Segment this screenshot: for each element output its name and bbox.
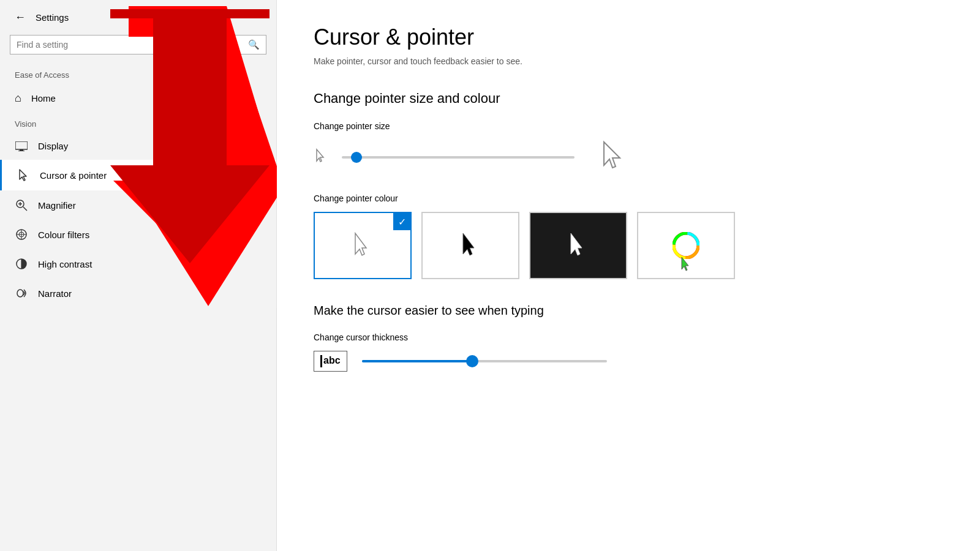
cursor-pointer-icon xyxy=(17,168,30,182)
home-label: Home xyxy=(31,93,56,103)
cursor-thickness-thumb[interactable] xyxy=(466,355,478,367)
back-button[interactable]: ← xyxy=(15,11,26,24)
cursor-thickness-track[interactable] xyxy=(362,360,607,362)
pointer-size-large-icon xyxy=(599,140,626,175)
narrator-label: Narrator xyxy=(38,288,72,299)
sidebar-header: ← Settings xyxy=(0,0,276,30)
colour-options: ✓ xyxy=(314,212,943,279)
colour-option-white[interactable]: ✓ xyxy=(314,212,412,279)
sidebar-item-home[interactable]: ⌂ Home xyxy=(0,83,276,113)
vision-label: Vision xyxy=(0,113,276,132)
abc-preview-box: abc xyxy=(314,351,347,372)
sidebar-item-high-contrast[interactable]: High contrast xyxy=(0,249,276,279)
sidebar-item-colour-filters[interactable]: Colour filters xyxy=(0,220,276,249)
high-contrast-icon xyxy=(15,258,28,270)
settings-title: Settings xyxy=(36,12,69,23)
pointer-size-label: Change pointer size xyxy=(314,121,943,131)
cursor-blink-indicator xyxy=(320,355,322,367)
high-contrast-label: High contrast xyxy=(38,259,92,269)
colour-filters-icon xyxy=(15,228,28,241)
colour-option-black[interactable] xyxy=(421,212,519,279)
pointer-size-slider-container xyxy=(314,140,943,175)
svg-rect-6 xyxy=(20,149,23,151)
search-input[interactable] xyxy=(17,40,243,50)
narrator-icon xyxy=(15,287,28,299)
magnifier-icon xyxy=(15,199,28,211)
svg-rect-5 xyxy=(15,141,28,149)
cursor-thickness-container: abc xyxy=(314,351,943,372)
colour-option-black-bg[interactable] xyxy=(529,212,627,279)
abc-text: abc xyxy=(323,355,341,365)
sidebar-item-narrator[interactable]: Narrator xyxy=(0,279,276,308)
display-label: Display xyxy=(38,141,68,151)
pointer-size-track[interactable] xyxy=(342,156,575,159)
cursor-thickness-label: Change cursor thickness xyxy=(314,332,943,342)
section1-title: Change pointer size and colour xyxy=(314,91,943,107)
page-title: Cursor & pointer xyxy=(314,24,943,50)
page-subtitle: Make pointer, cursor and touch feedback … xyxy=(314,56,943,66)
search-button[interactable]: 🔍 xyxy=(248,39,260,50)
pointer-size-small-icon xyxy=(314,148,327,167)
ease-of-access-label: Ease of Access xyxy=(0,64,276,83)
pointer-colour-label: Change pointer colour xyxy=(314,193,943,203)
magnifier-label: Magnifier xyxy=(38,200,76,211)
search-box: 🔍 xyxy=(10,35,266,54)
sidebar-item-display[interactable]: Display xyxy=(0,132,276,160)
black-cursor-icon xyxy=(459,232,481,259)
display-icon xyxy=(15,141,28,151)
custom-cursor-icon xyxy=(679,256,693,273)
custom-colour-display xyxy=(638,213,734,278)
sidebar-item-magnifier[interactable]: Magnifier xyxy=(0,190,276,220)
black-bg-cursor-icon xyxy=(567,232,589,259)
sidebar-item-cursor[interactable]: Cursor & pointer xyxy=(0,160,276,190)
colour-option-custom[interactable] xyxy=(637,212,735,279)
cursor-pointer-label: Cursor & pointer xyxy=(40,170,107,181)
svg-line-9 xyxy=(23,207,27,211)
section2-title: Make the cursor easier to see when typin… xyxy=(314,304,943,318)
back-icon: ← xyxy=(15,11,26,24)
colour-filters-label: Colour filters xyxy=(38,230,89,240)
white-cursor-icon xyxy=(352,232,374,259)
svg-rect-7 xyxy=(18,151,24,151)
svg-point-18 xyxy=(17,290,23,297)
cursor-thickness-fill xyxy=(362,360,472,362)
home-icon: ⌂ xyxy=(15,92,21,105)
colour-wheel-icon xyxy=(673,232,699,259)
pointer-size-thumb[interactable] xyxy=(351,152,362,163)
selected-checkmark: ✓ xyxy=(393,213,410,230)
main-content: Cursor & pointer Make pointer, cursor an… xyxy=(277,0,980,551)
